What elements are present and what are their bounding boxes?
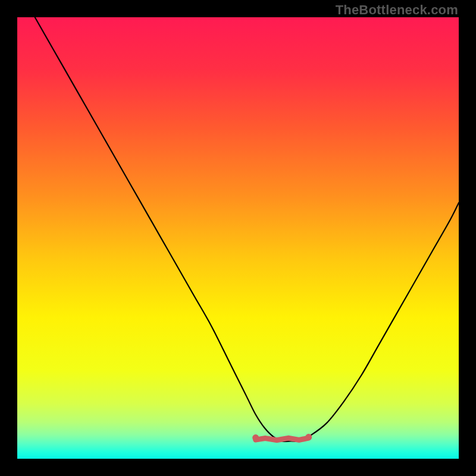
optimal-region-end-dot [305,434,312,440]
bottleneck-chart [17,17,459,459]
optimal-region-marker [256,438,309,440]
watermark-text: TheBottleneck.com [336,2,458,18]
plot-frame [17,17,459,459]
gradient-background [17,17,459,459]
optimal-region-start-dot [252,434,259,441]
